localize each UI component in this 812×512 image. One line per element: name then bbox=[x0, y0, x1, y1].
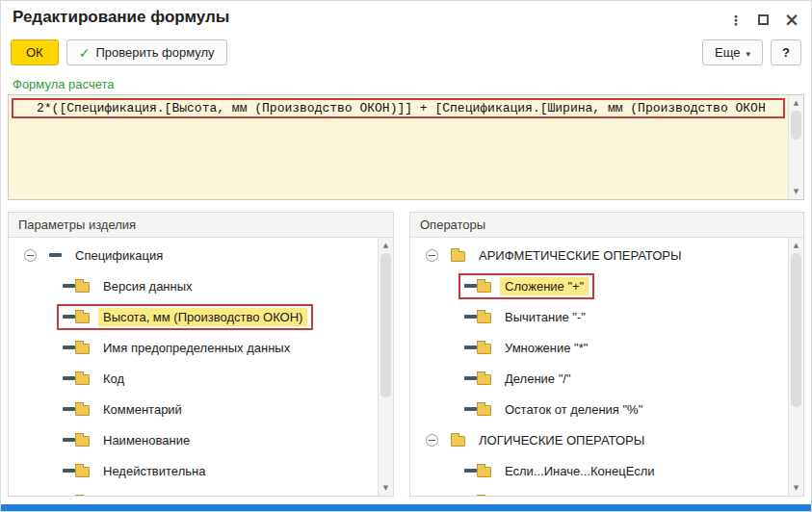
parameters-panel: Параметры изделия Спецификация bbox=[8, 212, 394, 497]
tree-item[interactable]: Наименование bbox=[9, 424, 378, 455]
tree-item-content[interactable]: Наименование bbox=[57, 427, 200, 453]
tree-item[interactable]: Остаток от деления "%" bbox=[410, 394, 788, 424]
attribute-icon bbox=[63, 284, 75, 288]
tree-item-content[interactable]: Спецификация bbox=[43, 243, 173, 269]
attribute-icon bbox=[63, 376, 75, 380]
collapse-icon[interactable] bbox=[24, 249, 37, 262]
scrollbar-thumb[interactable] bbox=[791, 253, 801, 407]
tree-item[interactable]: Высота, мм (Производство ОКОН) bbox=[9, 301, 378, 332]
tree-item[interactable]: Версия данных bbox=[9, 270, 378, 301]
tree-item-content[interactable]: Пометка удаления bbox=[57, 489, 222, 497]
tree-item[interactable]: Пометка удаления bbox=[9, 486, 378, 496]
tree-item[interactable]: Если...Иначе...КонецЕсли bbox=[410, 455, 788, 486]
tree-item[interactable]: АРИФМЕТИЧЕСКИЕ ОПЕРАТОРЫ bbox=[410, 240, 788, 270]
formula-text[interactable]: 2*([Спецификация.[Высота, мм (Производст… bbox=[12, 98, 785, 118]
operator-icon bbox=[464, 376, 477, 380]
collapse-icon[interactable] bbox=[426, 249, 438, 262]
tree-item[interactable]: Спецификация bbox=[9, 240, 378, 270]
check-formula-button[interactable]: ✓ Проверить формулу bbox=[66, 39, 227, 65]
tree-item-label: > bbox=[500, 493, 517, 497]
operator-icon bbox=[464, 407, 477, 411]
tree-item-content[interactable]: Код bbox=[57, 366, 135, 392]
tree-item[interactable]: Код bbox=[9, 363, 378, 394]
scroll-down-icon[interactable]: ▼ bbox=[789, 188, 803, 195]
scroll-down-icon[interactable]: ▼ bbox=[379, 484, 393, 492]
tree-item-label: Деление "/" bbox=[500, 370, 576, 388]
tree-item-content[interactable]: Сложение "+" bbox=[458, 273, 594, 299]
ok-button[interactable]: ОК bbox=[11, 39, 59, 65]
maximize-icon[interactable] bbox=[758, 14, 769, 25]
panels-row: Параметры изделия Спецификация bbox=[8, 212, 804, 497]
tree-item-label: ЛОГИЧЕСКИЕ ОПЕРАТОРЫ bbox=[474, 431, 649, 449]
folder-icon bbox=[75, 313, 90, 323]
scroll-up-icon[interactable]: ▲ bbox=[789, 242, 803, 249]
attribute-icon bbox=[63, 407, 75, 411]
tree-item-content[interactable]: Деление "/" bbox=[458, 366, 582, 392]
tree-item-label: Пометка удаления bbox=[98, 493, 216, 497]
parameters-scrollbar[interactable]: ▲ ▼ bbox=[378, 238, 393, 496]
help-button[interactable]: ? bbox=[771, 39, 801, 65]
tree-item[interactable]: Имя предопределенных данных bbox=[9, 332, 378, 363]
window-controls: ⋮ × bbox=[729, 8, 799, 29]
scrollbar-thumb[interactable] bbox=[791, 111, 801, 140]
tree-item-content[interactable]: > bbox=[458, 489, 523, 497]
more-button[interactable]: Еще ▾ bbox=[702, 39, 763, 65]
folder-icon bbox=[75, 405, 90, 416]
operators-panel-title: Операторы bbox=[410, 213, 803, 238]
tree-item-content[interactable]: ЛОГИЧЕСКИЕ ОПЕРАТОРЫ bbox=[445, 427, 655, 453]
tree-item[interactable]: > bbox=[410, 486, 788, 496]
tree-item[interactable]: Деление "/" bbox=[410, 363, 788, 394]
tree-item[interactable]: Умножение "*" bbox=[410, 332, 788, 363]
parameters-panel-title: Параметры изделия bbox=[9, 213, 393, 238]
tree-item[interactable]: Комментарий bbox=[9, 394, 378, 424]
folder-icon bbox=[477, 467, 491, 477]
operator-icon bbox=[464, 346, 477, 349]
window-menu-icon[interactable]: ⋮ bbox=[729, 13, 743, 27]
tree-item-content[interactable]: Комментарий bbox=[57, 397, 193, 422]
tree-item[interactable]: Сложение "+" bbox=[410, 270, 788, 301]
formula-editor[interactable]: 2*([Спецификация.[Высота, мм (Производст… bbox=[8, 94, 804, 200]
formula-scrollbar[interactable]: ▲ ▼ bbox=[788, 95, 803, 199]
scroll-up-icon[interactable]: ▲ bbox=[379, 242, 393, 249]
close-icon[interactable]: × bbox=[784, 11, 799, 29]
tree-item-label: Имя предопределенных данных bbox=[98, 339, 295, 357]
tree-item-content[interactable]: Высота, мм (Производство ОКОН) bbox=[57, 304, 313, 330]
window-bottom-edge bbox=[1, 504, 811, 511]
tree-item-content[interactable]: Умножение "*" bbox=[458, 335, 598, 361]
operators-panel-body: АРИФМЕТИЧЕСКИЕ ОПЕРАТОРЫ Сложение "+" bbox=[410, 238, 803, 496]
check-formula-label: Проверить формулу bbox=[95, 45, 214, 60]
tree-item[interactable]: Недействительна bbox=[9, 455, 378, 486]
tree-item-content[interactable]: Остаток от деления "%" bbox=[458, 397, 653, 422]
parameters-tree: Спецификация Версия данных bbox=[9, 238, 378, 496]
tree-item[interactable]: ЛОГИЧЕСКИЕ ОПЕРАТОРЫ bbox=[410, 424, 788, 455]
folder-icon bbox=[75, 467, 90, 477]
folder-icon bbox=[75, 282, 90, 293]
tree-item-label: Код bbox=[98, 370, 129, 388]
folder-icon bbox=[477, 282, 491, 293]
window-title: Редактирование формулы bbox=[13, 8, 229, 27]
folder-icon bbox=[75, 374, 90, 385]
tree-item-content[interactable]: Если...Иначе...КонецЕсли bbox=[458, 458, 666, 484]
scrollbar-thumb[interactable] bbox=[380, 253, 391, 397]
operators-scrollbar[interactable]: ▲ ▼ bbox=[788, 238, 803, 496]
collapse-icon[interactable] bbox=[426, 434, 438, 447]
tree-item-label: Остаток от деления "%" bbox=[500, 400, 647, 419]
tree-item-content[interactable]: Версия данных bbox=[57, 273, 203, 299]
tree-item-content[interactable]: Имя предопределенных данных bbox=[57, 335, 301, 361]
operator-icon bbox=[464, 315, 477, 319]
folder-icon bbox=[477, 405, 491, 416]
formula-editor-dialog: Редактирование формулы ⋮ × ОК ✓ Проверит… bbox=[0, 0, 812, 512]
tree-item[interactable]: Вычитание "-" bbox=[410, 301, 788, 332]
formula-content: 2*([Спецификация.[Высота, мм (Производст… bbox=[10, 96, 787, 120]
tree-item-label: Высота, мм (Производство ОКОН) bbox=[98, 308, 307, 326]
tree-item-label: Версия данных bbox=[98, 277, 197, 295]
tree-item-content[interactable]: Недействительна bbox=[57, 458, 216, 484]
tree-item-content[interactable]: АРИФМЕТИЧЕСКИЕ ОПЕРАТОРЫ bbox=[445, 243, 693, 269]
tree-item-label: Наименование bbox=[98, 431, 195, 449]
operators-tree: АРИФМЕТИЧЕСКИЕ ОПЕРАТОРЫ Сложение "+" bbox=[410, 238, 788, 496]
tree-item-content[interactable]: Вычитание "-" bbox=[458, 304, 596, 330]
scroll-down-icon[interactable]: ▼ bbox=[789, 484, 803, 492]
attribute-icon bbox=[63, 346, 75, 349]
folder-icon bbox=[75, 436, 90, 447]
scroll-up-icon[interactable]: ▲ bbox=[789, 99, 803, 107]
